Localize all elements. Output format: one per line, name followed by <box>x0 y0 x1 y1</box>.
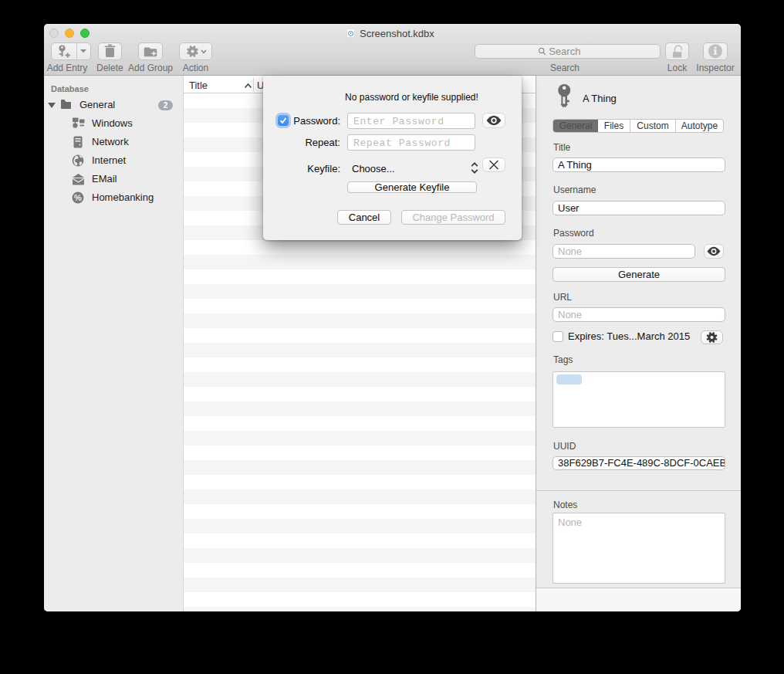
svg-text:%: % <box>74 193 82 202</box>
